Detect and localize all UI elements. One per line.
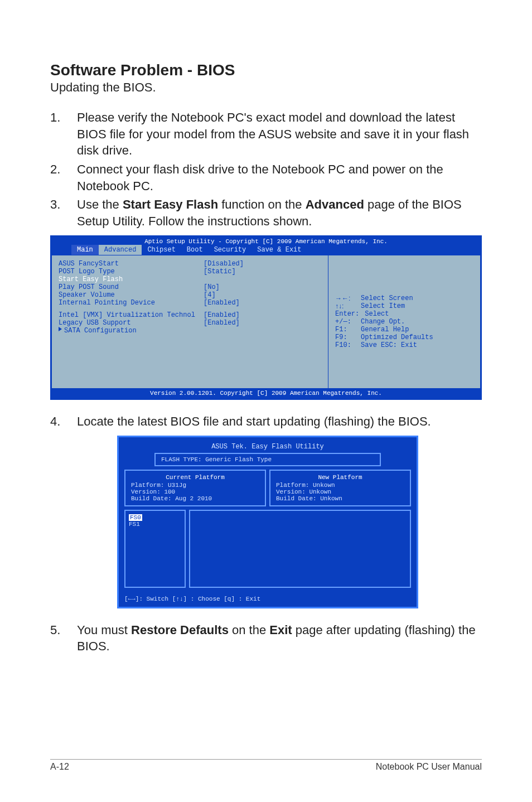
bios-tab-main: Main <box>71 245 99 255</box>
bios-setting-row: Speaker Volume[4] <box>59 291 321 299</box>
bios-hint-key: F1: <box>335 326 357 334</box>
manual-title: Notebook PC User Manual <box>376 762 482 772</box>
page-number: A-12 <box>50 762 69 772</box>
flash-box-line: Platform: Unkown <box>276 482 404 489</box>
flash-current-platform-box: Current Platform Platform: U31Jg Version… <box>124 470 266 506</box>
bios-setting-row: Internal Pointing Device[Enabled] <box>59 299 321 307</box>
section-subtitle: Updating the BIOS. <box>50 80 482 95</box>
bios-help-pane: →←:Select Screen ↑↓:Select Item Enter:Se… <box>328 255 481 389</box>
bios-hint-row: →←:Select Screen <box>335 294 473 302</box>
bios-setting-value: [Enabled] <box>204 311 240 319</box>
bios-version-bar: Version 2.00.1201. Copyright [C] 2009 Am… <box>51 389 481 399</box>
step-text: Use the Start Easy Flash function on the… <box>77 196 482 229</box>
steps-list-continued: 4. Locate the latest BIOS file and start… <box>50 413 482 430</box>
bios-setup-screenshot: Aptio Setup Utility - Copyright [C] 2009… <box>50 235 482 400</box>
flash-lower-row: FS0 FS1 <box>121 506 414 591</box>
bios-hint-key: Enter: <box>335 310 359 318</box>
step-number: 3. <box>50 196 77 229</box>
flash-utility-title: ASUS Tek. Easy Flash Utility <box>121 439 414 453</box>
text-fragment: You must <box>77 623 131 637</box>
bios-hint-key: ↑↓: <box>335 302 357 310</box>
bios-tab-chipset: Chipset <box>142 245 181 255</box>
bios-setting-row: POST Logo Type[Static] <box>59 268 321 276</box>
bios-body: ASUS FancyStart[Disabled] POST Logo Type… <box>51 255 481 389</box>
step-number: 5. <box>50 622 77 655</box>
step-number: 1. <box>50 109 77 159</box>
step-4: 4. Locate the latest BIOS file and start… <box>50 413 482 430</box>
bios-tab-boot: Boot <box>181 245 209 255</box>
text-fragment: function on the <box>218 197 306 211</box>
bios-hint-row: F10:Save ESC: Exit <box>335 341 473 349</box>
flash-new-platform-box: New Platform Platform: Unkown Version: U… <box>269 470 411 506</box>
bios-hint-text: Select <box>365 310 389 318</box>
page-footer: A-12 Notebook PC User Manual <box>50 759 482 772</box>
flash-drive-selected: FS0 <box>129 514 142 521</box>
flash-box-line: Platform: U31Jg <box>131 482 259 489</box>
bios-hint-key: +/—: <box>335 318 357 326</box>
section-title: Software Problem - BIOS <box>50 61 482 79</box>
step-text: Please verify the Notebook PC's exact mo… <box>77 109 482 159</box>
bios-hint-row: Enter:Select <box>335 310 473 318</box>
bios-settings-pane: ASUS FancyStart[Disabled] POST Logo Type… <box>51 255 328 389</box>
bold-text: Restore Defaults <box>131 623 229 637</box>
bios-tab-bar: Main Advanced Chipset Boot Security Save… <box>51 245 481 255</box>
bios-title-bar: Aptio Setup Utility - Copyright [C] 2009… <box>51 236 481 245</box>
bios-setting-label: Play POST Sound <box>59 283 204 291</box>
bios-setting-label: Internal Pointing Device <box>59 299 204 307</box>
bios-hint-text: Optimized Defaults <box>361 334 433 341</box>
step-1: 1. Please verify the Notebook PC's exact… <box>50 109 482 159</box>
bios-hint-text: Save ESC: Exit <box>361 341 417 349</box>
bios-tab-save-exit: Save & Exit <box>252 245 307 255</box>
bios-hint-row: F9:Optimized Defaults <box>335 334 473 341</box>
bios-tab-advanced: Advanced <box>99 245 142 255</box>
step-text: Connect your flash disk drive to the Not… <box>77 161 482 194</box>
step-2: 2. Connect your flash disk drive to the … <box>50 161 482 194</box>
step-5: 5. You must Restore Defaults on the Exit… <box>50 622 482 655</box>
flash-footer-hints: [←→]: Switch [↑↓] : Choose [q] : Exit <box>121 591 414 605</box>
step-number: 4. <box>50 413 77 430</box>
bios-setting-value: [Static] <box>204 268 236 276</box>
bios-hint-key: →←: <box>335 294 357 302</box>
flash-platform-row: Current Platform Platform: U31Jg Version… <box>121 470 414 506</box>
flash-box-header: New Platform <box>276 474 404 481</box>
bios-hint-row: +/—:Change Opt. <box>335 318 473 326</box>
bios-hint-text: Select Screen <box>361 294 413 302</box>
bios-setting-row: Play POST Sound[No] <box>59 283 321 291</box>
triangle-icon <box>59 327 62 331</box>
flash-box-header: Current Platform <box>131 474 259 481</box>
bold-text: Advanced <box>306 197 364 211</box>
bios-hint-text: General Help <box>361 326 409 334</box>
bios-setting-label: Speaker Volume <box>59 291 204 299</box>
bios-setting-value: [Enabled] <box>204 319 240 327</box>
bios-hint-row: ↑↓:Select Item <box>335 302 473 310</box>
easy-flash-screenshot: ASUS Tek. Easy Flash Utility FLASH TYPE:… <box>117 436 418 608</box>
bios-setting-row: Intel [VMX] Virtualization Technol[Enabl… <box>59 311 321 319</box>
step-3: 3. Use the Start Easy Flash function on … <box>50 196 482 229</box>
bios-hint-key: F9: <box>335 334 357 341</box>
step-text: Locate the latest BIOS file and start up… <box>77 413 482 430</box>
bios-hint-text: Change Opt. <box>361 318 405 326</box>
text-fragment: Use the <box>77 197 123 211</box>
bios-setting-row-selected: Start Easy Flash <box>59 276 321 283</box>
bios-hint-key: F10: <box>335 341 357 349</box>
flash-box-line: Version: 100 <box>131 489 259 495</box>
bios-setting-value: [Disabled] <box>204 260 244 268</box>
flash-drive-item: FS1 <box>129 521 181 528</box>
flash-type-bar: FLASH TYPE: Generic Flash Type <box>154 453 381 466</box>
bold-text: Start Easy Flash <box>123 197 218 211</box>
text-fragment: on the <box>229 623 269 637</box>
bios-setting-label: SATA Configuration <box>64 327 205 335</box>
bios-setting-row: SATA Configuration <box>59 327 321 335</box>
bios-setting-value: [4] <box>204 291 216 299</box>
bios-setting-label: Start Easy Flash <box>59 276 204 283</box>
steps-list: 1. Please verify the Notebook PC's exact… <box>50 109 482 230</box>
bios-setting-label: POST Logo Type <box>59 268 204 276</box>
bios-setting-label: Legacy USB Support <box>59 319 204 327</box>
bios-setting-row: ASUS FancyStart[Disabled] <box>59 260 321 268</box>
flash-drive-list: FS0 FS1 <box>124 510 186 588</box>
step-text: You must Restore Defaults on the Exit pa… <box>77 622 482 655</box>
flash-file-area <box>189 510 411 588</box>
bios-setting-label: Intel [VMX] Virtualization Technol <box>59 311 204 319</box>
bios-setting-label: ASUS FancyStart <box>59 260 204 268</box>
bios-setting-row: Legacy USB Support[Enabled] <box>59 319 321 327</box>
